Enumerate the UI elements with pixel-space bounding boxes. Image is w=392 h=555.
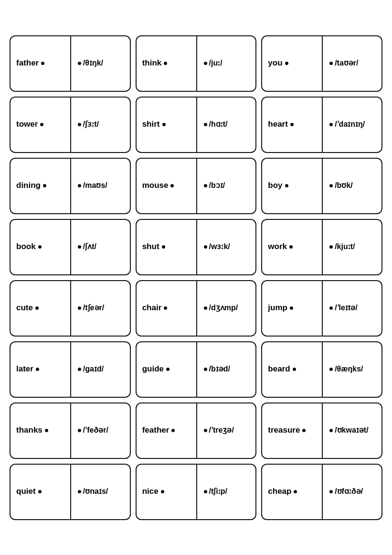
card-phonetic-side: /kjuːt/ (323, 237, 381, 257)
word-label: quiet (16, 486, 36, 497)
domino-card: guide/bɪəd/ (136, 341, 257, 398)
word-dot (40, 123, 43, 126)
phonetic-label: /dʒʌmp/ (209, 303, 238, 313)
card-phonetic-side: /ˈleɪtə/ (323, 298, 381, 318)
dot-separator (78, 184, 81, 187)
domino-card: you/taʊər/ (261, 35, 382, 92)
phonetic-label: /θɪŋk/ (83, 58, 103, 68)
card-phonetic-side: /ʊkwaɪət/ (323, 421, 381, 440)
dot-separator (78, 490, 81, 493)
word-label: feather (142, 425, 170, 435)
domino-card: boy/bʊk/ (261, 158, 382, 214)
phonetic-label: /ʃʌt/ (83, 242, 96, 252)
dot-separator (329, 429, 333, 432)
card-phonetic-side: /dʒʌmp/ (197, 298, 256, 318)
card-phonetic-side: /tʃeər/ (71, 298, 130, 318)
card-phonetic-side: /bʊk/ (323, 176, 381, 196)
word-dot (302, 429, 306, 432)
card-word-side: cute (11, 298, 70, 318)
domino-grid: father/θɪŋk/think/juː/you/taʊər/tower/ʃɜ… (0, 26, 392, 530)
card-word-side: chair (137, 298, 196, 318)
word-dot (38, 490, 42, 493)
dot-separator (329, 123, 333, 126)
domino-card: book/ʃʌt/ (10, 219, 131, 275)
word-label: boy (268, 180, 282, 191)
phonetic-label: /ˈdaɪnɪŋ/ (335, 120, 365, 130)
card-phonetic-side: /ˈtreʒə/ (197, 421, 256, 440)
word-dot (171, 429, 175, 432)
phonetic-label: /θæŋks/ (335, 364, 363, 374)
phonetic-label: /tʃiːp/ (209, 487, 227, 497)
word-dot (166, 368, 170, 371)
domino-card: later/gaɪd/ (10, 341, 131, 398)
domino-card: mouse/bɔɪ/ (136, 158, 257, 214)
word-label: mouse (142, 180, 169, 191)
card-phonetic-side: /tʃiːp/ (197, 482, 256, 501)
card-phonetic-side: /taʊər/ (323, 54, 381, 73)
card-word-side: book (11, 237, 70, 257)
domino-card: father/θɪŋk/ (10, 35, 131, 92)
domino-card: chair/dʒʌmp/ (136, 280, 257, 337)
domino-card: heart/ˈdaɪnɪŋ/ (261, 97, 382, 153)
domino-card: tower/ʃɜːt/ (10, 97, 131, 153)
domino-card: think/juː/ (136, 35, 257, 92)
card-word-side: think (137, 53, 196, 73)
card-word-side: shirt (137, 114, 196, 134)
phonetic-label: /kjuːt/ (335, 242, 355, 252)
word-label: nice (142, 486, 159, 497)
card-word-side: mouse (137, 175, 196, 196)
word-dot (289, 245, 293, 249)
dot-separator (204, 490, 207, 493)
word-label: chair (142, 303, 162, 313)
card-word-side: father (11, 53, 70, 73)
word-dot (170, 184, 174, 187)
phonetic-label: /gaɪd/ (83, 364, 104, 374)
word-label: guide (142, 364, 164, 374)
domino-card: dining/maʊs/ (10, 158, 131, 214)
dot-separator (204, 245, 207, 249)
phonetic-label: /ʊnaɪs/ (83, 487, 108, 497)
word-label: thanks (16, 425, 42, 435)
card-word-side: tower (11, 114, 70, 134)
word-label: cheap (268, 486, 291, 497)
domino-card: treasure/ʊkwaɪət/ (261, 403, 382, 459)
word-label: think (142, 58, 162, 68)
word-dot (290, 306, 293, 310)
card-word-side: treasure (262, 420, 322, 440)
dot-separator (329, 368, 333, 371)
word-dot (162, 245, 165, 249)
word-dot (161, 490, 164, 493)
domino-card: shirt/hɑːt/ (136, 97, 257, 153)
card-phonetic-side: /maʊs/ (71, 176, 130, 196)
card-word-side: quiet (11, 481, 70, 501)
dot-separator (329, 184, 333, 187)
domino-card: thanks/ˈfeðər/ (10, 403, 131, 459)
dot-separator (78, 306, 81, 310)
word-dot (43, 184, 46, 187)
phonetic-label: /ˈleɪtə/ (335, 303, 358, 313)
word-label: shirt (142, 119, 160, 130)
card-phonetic-side: /bɪəd/ (197, 359, 256, 379)
word-label: cute (16, 303, 33, 313)
card-word-side: shut (137, 237, 196, 257)
phonetic-label: /ˈfeðər/ (83, 425, 108, 435)
domino-card: nice/tʃiːp/ (136, 464, 257, 520)
card-word-side: later (11, 359, 70, 379)
card-phonetic-side: /θæŋks/ (323, 359, 381, 379)
domino-card: shut/wɜːk/ (136, 219, 257, 275)
card-phonetic-side: /ʃʌt/ (71, 237, 130, 257)
card-phonetic-side: /θɪŋk/ (71, 54, 130, 73)
card-word-side: guide (137, 359, 196, 379)
word-dot (35, 306, 39, 310)
word-dot (285, 62, 288, 65)
domino-card: cute/tʃeər/ (10, 280, 131, 337)
word-label: heart (268, 119, 288, 130)
dot-separator (204, 368, 207, 371)
dot-separator (78, 368, 81, 371)
word-dot (41, 62, 44, 65)
card-phonetic-side: /bɔɪ/ (197, 176, 256, 196)
domino-card: work/kjuːt/ (261, 219, 382, 275)
word-dot (164, 306, 167, 310)
card-phonetic-side: /ʊfɑːðə/ (323, 482, 381, 501)
card-phonetic-side: /gaɪd/ (71, 359, 130, 379)
